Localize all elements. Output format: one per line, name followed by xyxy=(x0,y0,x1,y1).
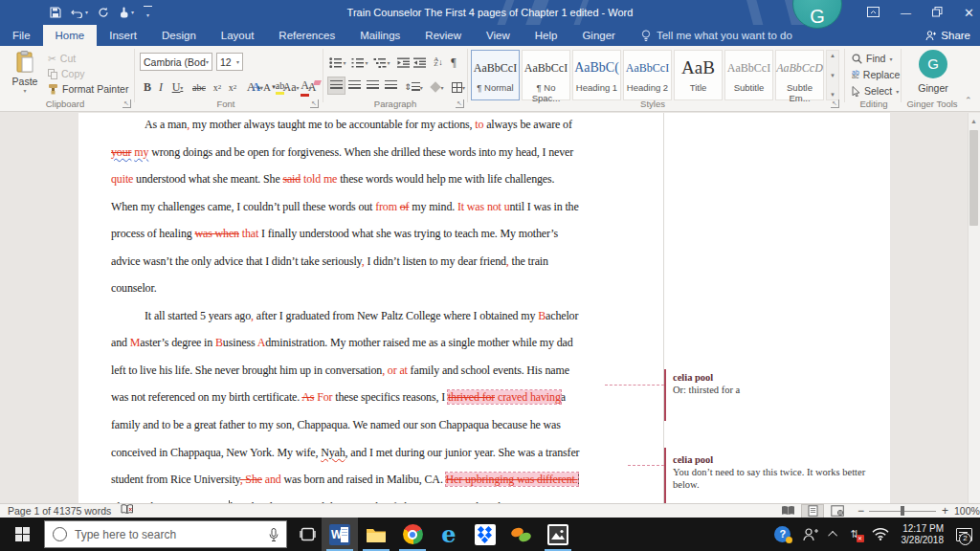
document-line[interactable]: process of healing was when that I final… xyxy=(111,226,647,253)
zoom-percentage[interactable]: 100% xyxy=(954,504,980,518)
line-spacing-button[interactable]: ⇕▾ xyxy=(403,77,424,97)
wifi-icon[interactable] xyxy=(872,528,889,540)
styles-dialog-launcher[interactable]: ↘ xyxy=(831,99,839,108)
numbering-button[interactable]: ▾ xyxy=(350,53,369,72)
taskbar-word-app[interactable]: W xyxy=(322,518,358,551)
borders-button[interactable]: ▾ xyxy=(449,77,468,97)
action-center-icon[interactable]: 2 xyxy=(956,528,972,541)
document-text[interactable]: As a man, my mother always taught me to … xyxy=(111,117,647,526)
share-button[interactable]: Share xyxy=(925,25,970,46)
comment-anchor-text[interactable]: thrived for craved having xyxy=(448,390,561,404)
tab-design[interactable]: Design xyxy=(149,25,209,46)
style--normal[interactable]: AaBbCcI¶ Normal xyxy=(471,50,520,100)
comment-balloon[interactable]: celia pool Or: thirsted for a xyxy=(673,371,881,396)
multilevel-list-button[interactable]: ▾ xyxy=(372,53,391,72)
bullets-button[interactable]: ▾ xyxy=(328,53,347,72)
tab-file[interactable]: File xyxy=(0,25,43,46)
document-line[interactable]: When my challenges came, I couldn’t pull… xyxy=(111,199,647,227)
italic-button[interactable]: I xyxy=(156,77,166,97)
touch-mode-icon[interactable]: ▾ xyxy=(119,7,134,18)
document-line[interactable]: student from Rice University, She and wa… xyxy=(111,472,647,499)
select-button[interactable]: Select▾ xyxy=(852,85,899,97)
cut-button[interactable]: ✂Cut xyxy=(48,53,76,64)
style-heading-1[interactable]: AaBbC(Heading 1 xyxy=(572,50,621,100)
web-layout-button[interactable] xyxy=(827,505,848,518)
search-input[interactable]: Type here to search xyxy=(44,520,287,548)
sync-error-icon[interactable]: ⇅✕ xyxy=(850,528,858,540)
font-size-select[interactable]: 12▾ xyxy=(216,53,243,71)
document-line[interactable]: left to live his life. She never brought… xyxy=(111,363,647,390)
shading-button[interactable]: ▾ xyxy=(428,77,447,97)
align-center-button[interactable] xyxy=(346,77,363,94)
tab-references[interactable]: References xyxy=(266,25,347,46)
proofing-errors-icon[interactable] xyxy=(121,504,134,518)
document-line[interactable]: As a man, my mother always taught me to … xyxy=(111,117,647,144)
find-button[interactable]: Find▾ xyxy=(852,53,892,64)
styles-gallery-scroll[interactable]: ▲▼▼ xyxy=(826,50,839,100)
style-heading-2[interactable]: AaBbCcIHeading 2 xyxy=(623,50,672,100)
restore-button[interactable] xyxy=(932,7,943,19)
underline-button[interactable]: U▾ xyxy=(168,77,187,97)
document-line[interactable]: quite understood what she meant. She sai… xyxy=(111,171,647,199)
decrease-indent-button[interactable] xyxy=(395,53,411,72)
read-mode-button[interactable] xyxy=(777,505,798,518)
strikethrough-button[interactable]: abc xyxy=(189,77,209,97)
zoom-out-button[interactable]: − xyxy=(858,504,864,518)
tell-me-box[interactable]: Tell me what you want to do xyxy=(641,25,792,46)
comment-anchor-text[interactable]: Her upbringing was different. xyxy=(446,473,578,486)
undo-icon[interactable]: ▾ xyxy=(71,8,88,18)
document-line[interactable]: family and to be a great father to my so… xyxy=(111,417,647,445)
taskbar-dropbox[interactable] xyxy=(467,518,503,551)
document-line[interactable]: was not referenced on my birth certifica… xyxy=(111,389,647,417)
tab-home[interactable]: Home xyxy=(43,25,98,46)
subscript-button[interactable]: x2 xyxy=(211,77,224,97)
clipboard-dialog-launcher[interactable]: ↘ xyxy=(122,99,131,108)
redo-icon[interactable] xyxy=(98,7,109,18)
zoom-slider-thumb[interactable] xyxy=(901,506,904,516)
print-layout-button[interactable] xyxy=(802,505,823,518)
document-line[interactable]: your my wrong doings and be open for for… xyxy=(111,144,647,172)
tab-layout[interactable]: Layout xyxy=(209,25,267,46)
vertical-scrollbar[interactable]: ▲ xyxy=(968,113,980,503)
scrollbar-thumb[interactable] xyxy=(969,130,978,226)
tab-insert[interactable]: Insert xyxy=(97,25,149,46)
document-line[interactable]: conceived in Chappaqua, New York. My wif… xyxy=(111,445,647,473)
hidden-icons-chevron[interactable] xyxy=(828,531,837,540)
font-dialog-launcher[interactable]: ↘ xyxy=(310,99,319,108)
bold-button[interactable]: B xyxy=(142,77,153,97)
ribbon-display-options-icon[interactable] xyxy=(867,7,880,19)
document-line[interactable]: It all started 5 years ago, after I grad… xyxy=(111,308,647,336)
document-line[interactable]: advice wasn’t the only advice that I did… xyxy=(111,253,647,281)
highlight-color-button[interactable]: ab▾ xyxy=(270,77,293,97)
style-subtle-em-[interactable]: AaBbCcDSubtle Em... xyxy=(775,50,824,100)
font-family-select[interactable]: Cambria (Bod)▾ xyxy=(140,53,212,71)
tab-review[interactable]: Review xyxy=(412,25,474,46)
ginger-tools-button[interactable]: G Ginger xyxy=(905,50,961,94)
taskbar-edge[interactable]: e xyxy=(431,518,467,551)
comment-balloon[interactable]: celia pool You don’t need to say this tw… xyxy=(673,453,881,491)
close-button[interactable]: ✕ xyxy=(964,6,974,20)
minimize-button[interactable]: — xyxy=(901,7,911,18)
align-right-button[interactable] xyxy=(365,77,381,94)
save-icon[interactable] xyxy=(50,7,61,18)
taskbar-clock[interactable]: 12:17 PM 3/28/2018 xyxy=(902,523,945,546)
format-painter-button[interactable]: Format Painter xyxy=(48,83,128,95)
style-subtitle[interactable]: AaBbCcISubtitle xyxy=(724,50,773,100)
document-line[interactable]: and Master’s degree in Business Administ… xyxy=(111,335,647,363)
people-icon[interactable] xyxy=(803,528,818,541)
copy-button[interactable]: Copy xyxy=(48,68,85,79)
taskbar-photos[interactable] xyxy=(540,518,576,551)
sort-button[interactable]: AZ↓ xyxy=(431,53,446,72)
taskbar-chat-app[interactable] xyxy=(503,518,540,551)
word-count[interactable]: 1375 words xyxy=(59,504,111,518)
font-color-button[interactable]: A▾ xyxy=(296,77,317,97)
superscript-button[interactable]: x2 xyxy=(226,77,239,97)
style--no-spac-[interactable]: AaBbCcI¶ No Spac... xyxy=(522,50,570,100)
customize-qat-icon[interactable]: ▾ xyxy=(144,6,152,19)
task-view-button[interactable] xyxy=(289,518,325,551)
justify-button[interactable] xyxy=(383,77,399,94)
scroll-up-arrow[interactable]: ▲ xyxy=(969,115,979,127)
taskbar-chrome[interactable] xyxy=(394,518,431,551)
page-indicator[interactable]: Page 1 of 4 xyxy=(8,504,59,518)
document-line[interactable]: counselor. xyxy=(111,280,647,308)
